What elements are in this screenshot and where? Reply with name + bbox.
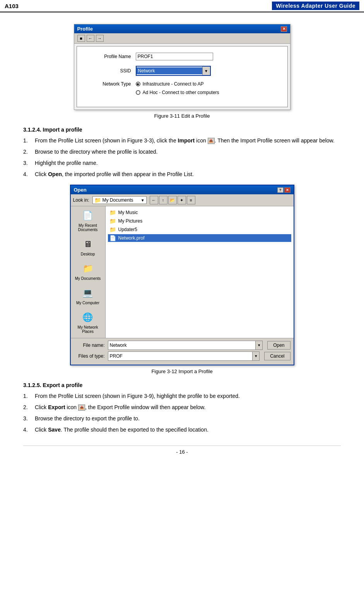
profile-name-label: Profile Name <box>85 54 131 59</box>
step-3125-4: 4. Click Save. The profile should then b… <box>23 426 341 434</box>
network-prof-label: Network.prof <box>118 235 145 241</box>
nav-up-btn[interactable]: ↑ <box>159 196 167 204</box>
step-3125-1: 1. From the Profile List screen (shown i… <box>23 392 341 400</box>
my-docs-label: My Documents <box>75 276 101 281</box>
page-header: A103 Wireless Adapter User Guide <box>0 0 364 12</box>
lookin-folder-icon: 📁 <box>94 197 101 203</box>
lookin-label: Look in: <box>73 197 89 203</box>
adhoc-radio[interactable] <box>136 90 140 95</box>
open-sidebar: 📄 My RecentDocuments 🖥 Desktop 📁 My Docu… <box>71 206 106 338</box>
lookin-arrow-icon: ▼ <box>141 198 145 202</box>
step-num-2: 2. <box>23 148 35 156</box>
my-pictures-label: My Pictures <box>118 218 143 224</box>
ssid-select[interactable]: Network ▼ <box>136 66 211 76</box>
file-my-pictures[interactable]: 📁 My Pictures <box>108 217 291 225</box>
page-number: - 16 - <box>23 446 341 455</box>
titlebar-buttons: ✕ <box>281 26 287 32</box>
open-button[interactable]: Open <box>267 341 290 350</box>
profile-name-row: Profile Name <box>85 53 280 60</box>
open-dialog: Open ? ✕ Look in: 📁 My Documents ▼ ← ↑ 📂 <box>70 185 294 365</box>
figure-3-12-container: Open ? ✕ Look in: 📁 My Documents ▼ ← ↑ 📂 <box>23 185 341 374</box>
step-text-3: Highlight the profile name. <box>35 159 341 167</box>
nav-views-btn[interactable]: ≡ <box>187 196 195 204</box>
open-titlebar: Open ? ✕ <box>71 185 294 194</box>
open-footer: File name: ▼ Open Files of type: ▼ <box>71 338 294 365</box>
open-close-btn[interactable]: ✕ <box>284 187 291 193</box>
lookin-value: My Documents <box>103 197 133 203</box>
infrastructure-option[interactable]: Infrastructure - Connect to AP <box>136 81 219 87</box>
step-3124-4: 4. Click Open, the imported profile will… <box>23 170 341 178</box>
step-text-2: Browse to the directory where the profil… <box>35 148 341 156</box>
save-bold: Save <box>48 427 61 433</box>
open-nav-btns: ← ↑ 📂 ✦ ≡ <box>150 196 195 204</box>
filename-row: File name: ▼ Open <box>74 341 291 350</box>
step-3124-3: 3. Highlight the profile name. <box>23 159 341 167</box>
step-3125-text-3: Browse the directory to export the profi… <box>35 415 341 423</box>
my-network-icon: 🌐 <box>81 311 95 324</box>
file-updater5[interactable]: 📁 Updater5 <box>108 226 291 233</box>
infrastructure-label: Infrastructure - Connect to AP <box>143 81 204 87</box>
adhoc-option[interactable]: Ad Hoc - Connect to other computers <box>136 90 219 95</box>
step-num-4: 4. <box>23 170 35 178</box>
updater5-icon: 📁 <box>109 226 116 233</box>
profile-dialog: Profile ✕ ■ ← → Profile Name SSID <box>74 24 291 110</box>
dialog-titlebar: Profile ✕ <box>74 24 290 33</box>
sidebar-my-computer[interactable]: 💻 My Computer <box>76 287 99 305</box>
filetype-label: Files of type: <box>74 353 105 359</box>
cancel-button-wrap: Cancel <box>264 352 290 360</box>
adhoc-label: Ad Hoc - Connect to other computers <box>143 90 219 95</box>
forward-btn[interactable]: → <box>96 35 104 42</box>
ssid-arrow[interactable]: ▼ <box>202 67 210 75</box>
section-3124-steps: 1. From the Profile List screen (shown i… <box>23 137 341 178</box>
my-computer-label: My Computer <box>76 301 99 305</box>
section-3125-heading: 3.1.2.5. Export a profile <box>23 382 341 388</box>
file-network-prof[interactable]: 📄 Network.prof <box>108 234 291 242</box>
figure-3-12-caption: Figure 3-12 Import a Profile <box>151 368 212 374</box>
profile-name-input[interactable] <box>136 53 213 60</box>
lookin-bar: Look in: 📁 My Documents ▼ ← ↑ 📂 ✦ ≡ <box>71 194 294 206</box>
step-3125-2: 2. Click Export icon 📤, the Export Profi… <box>23 403 341 411</box>
cancel-button[interactable]: Cancel <box>264 352 290 360</box>
open-filelist: 📁 My Music 📁 My Pictures 📁 Updater5 📄 Ne… <box>106 206 294 338</box>
back-btn[interactable]: ← <box>87 35 94 42</box>
dialog-title: Profile <box>77 26 93 32</box>
step-3125-num-1: 1. <box>23 392 35 400</box>
lookin-select[interactable]: 📁 My Documents ▼ <box>92 196 147 204</box>
import-icon: 📥 <box>208 138 215 144</box>
sidebar-my-documents[interactable]: 📁 My Documents <box>75 262 101 281</box>
help-btn[interactable]: ? <box>277 187 284 193</box>
step-text-4: Click Open, the imported profile will th… <box>35 170 341 178</box>
my-network-label: My NetworkPlaces <box>78 325 98 334</box>
step-3124-2: 2. Browse to the directory where the pro… <box>23 148 341 156</box>
section-3125-steps: 1. From the Profile List screen (shown i… <box>23 392 341 434</box>
ssid-label: SSID <box>85 68 131 74</box>
open-main-area: 📄 My RecentDocuments 🖥 Desktop 📁 My Docu… <box>71 206 294 338</box>
nav-folder-btn[interactable]: 📂 <box>168 196 177 204</box>
close-btn[interactable]: ✕ <box>281 26 287 32</box>
recent-docs-icon: 📄 <box>81 209 95 222</box>
sidebar-desktop[interactable]: 🖥 Desktop <box>81 238 95 256</box>
dialog-body: Profile Name SSID Network ▼ Network Type <box>77 46 288 107</box>
filetype-input[interactable] <box>108 353 253 360</box>
network-type-row: Network Type Infrastructure - Connect to… <box>85 81 280 95</box>
filename-label: File name: <box>74 343 105 348</box>
filename-input[interactable] <box>108 342 256 349</box>
sidebar-recent-docs[interactable]: 📄 My RecentDocuments <box>78 209 98 232</box>
network-prof-icon: 📄 <box>109 235 116 241</box>
filetype-arrow[interactable]: ▼ <box>252 352 259 360</box>
ssid-row: SSID Network ▼ <box>85 66 280 76</box>
step-num-1: 1. <box>23 137 35 145</box>
filetype-input-wrap: ▼ <box>108 351 260 361</box>
my-docs-icon: 📁 <box>81 262 95 275</box>
infrastructure-radio[interactable] <box>136 82 140 86</box>
filename-arrow[interactable]: ▼ <box>255 341 262 350</box>
file-my-music[interactable]: 📁 My Music <box>108 209 291 216</box>
open-dialog-title: Open <box>74 187 87 193</box>
nav-back-btn[interactable]: ← <box>150 196 158 204</box>
open-bold: Open <box>48 171 62 177</box>
step-3125-num-4: 4. <box>23 426 35 434</box>
my-computer-icon: 💻 <box>81 287 95 299</box>
stop-btn[interactable]: ■ <box>77 35 85 42</box>
sidebar-my-network[interactable]: 🌐 My NetworkPlaces <box>78 311 98 334</box>
nav-newdir-btn[interactable]: ✦ <box>178 196 186 204</box>
